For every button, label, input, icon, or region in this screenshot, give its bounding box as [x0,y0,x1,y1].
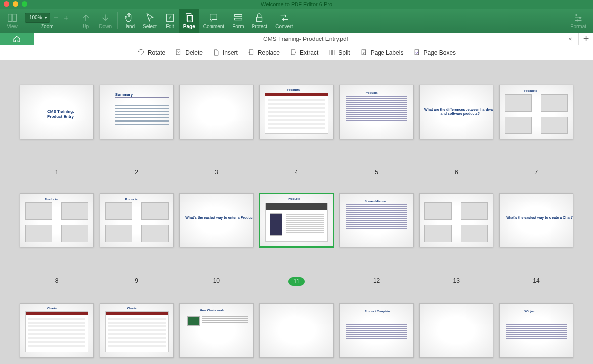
thumbnail-image[interactable] [259,303,334,358]
page-thumbnail[interactable]: Summary 2 [100,85,174,149]
comment-icon [208,12,219,23]
thumbnail-image[interactable]: Products [499,85,573,139]
thumbnail-image[interactable]: CMS Training: Product Entry [20,85,94,139]
page-boxes-button[interactable]: Page Boxes [413,49,456,56]
svg-rect-3 [186,14,191,20]
page-thumbnail[interactable]: 3 [179,85,254,149]
page-thumbnail[interactable]: 13 [419,193,493,259]
insert-button[interactable]: Insert [212,49,238,56]
page-number-label: 2 [135,169,138,176]
traffic-lights [4,1,27,7]
protect-button[interactable]: Protect [248,9,271,33]
close-tab-button[interactable]: × [568,35,572,43]
split-button[interactable]: Split [328,49,350,56]
thumbnail-image[interactable]: Products [259,85,334,139]
svg-rect-5 [234,15,242,17]
document-tab[interactable]: CMS Training- Product Entry.pdf × [34,33,578,45]
zoom-in-button[interactable]: + [62,13,70,22]
svg-rect-11 [176,50,180,55]
thumbnail-image[interactable]: XObject [499,303,573,358]
convert-button[interactable]: Convert [271,9,296,33]
zoom-out-button[interactable]: − [52,13,60,22]
page-icon [184,12,195,23]
thumbnail-image[interactable]: Products [100,193,174,247]
zoom-label: Zoom [41,24,54,29]
page-thumbnail[interactable]: 20 [419,303,493,364]
minimize-window-button[interactable] [13,1,18,7]
thumbnail-image[interactable]: Products [20,193,94,247]
replace-button[interactable]: Replace [248,49,280,56]
page-thumbnail[interactable]: What are the differences between hardwar… [419,85,493,149]
thumbnail-image[interactable]: Product Complete [339,303,414,358]
close-window-button[interactable] [4,1,9,7]
page-thumbnail[interactable]: Products11 [259,193,334,259]
thumbnail-grid: CMS Training: Product Entry1Summary 23 P… [20,85,573,364]
delete-icon [175,49,182,56]
page-thumbnail[interactable]: Charts15 [20,303,94,364]
thumbnail-image[interactable]: Products [259,193,334,247]
page-thumbnail[interactable]: Charts16 [100,303,174,364]
page-thumbnail[interactable]: Products 9 [100,193,174,259]
page-button[interactable]: Page [179,9,199,33]
cursor-icon [144,12,155,23]
rotate-button[interactable]: Rotate [137,49,165,56]
home-tab[interactable] [0,33,34,45]
form-button[interactable]: Form [228,9,248,33]
label-icon [360,49,368,56]
page-number-label: 4 [295,169,298,176]
page-thumbnail[interactable]: Products 5 [339,85,414,149]
svg-rect-17 [415,50,419,55]
new-tab-button[interactable]: + [578,33,593,45]
thumbnail-image[interactable]: What's the easiest way to create a Chart… [499,193,573,247]
extract-icon [290,49,297,56]
down-button[interactable]: Down [95,9,116,33]
zoom-select[interactable]: 100% [25,13,50,23]
page-thumbnail[interactable]: What's the easiest way to enter a Produc… [179,193,254,259]
page-number-label: 3 [215,169,218,176]
page-thumbnail[interactable]: Screen Missing 12 [339,193,414,259]
home-icon [12,35,21,43]
page-thumbnail[interactable]: How Charts work 17 [179,303,254,364]
extract-button[interactable]: Extract [290,49,318,56]
page-thumbnail[interactable]: XObject 21 [499,303,573,364]
page-number-label: 11 [288,277,304,286]
page-thumbnail[interactable]: Products4 [259,85,334,149]
zoom-window-button[interactable] [22,1,27,7]
thumbnail-image[interactable]: Screen Missing [339,193,414,247]
hand-tool-button[interactable]: Hand [119,9,139,33]
page-thumbnail[interactable]: Products 7 [499,85,573,149]
up-button[interactable]: Up [77,9,95,33]
page-thumbnail[interactable]: CMS Training: Product Entry1 [20,85,94,149]
thumbnail-image[interactable] [419,193,493,247]
crop-icon [413,49,421,56]
toolbar-separator [117,12,118,29]
view-button[interactable]: View [3,9,22,33]
edit-button[interactable]: Edit [161,9,179,33]
comment-button[interactable]: Comment [199,9,228,33]
thumbnail-image[interactable]: What are the differences between hardwar… [419,85,493,139]
thumbnail-image[interactable]: Products [339,85,414,139]
thumbnail-image[interactable]: Summary [100,85,174,139]
delete-button[interactable]: Delete [175,49,203,56]
arrow-down-icon [100,12,111,23]
view-icon [7,12,18,23]
thumbnail-image[interactable] [179,85,254,139]
svg-rect-14 [329,50,331,55]
select-tool-button[interactable]: Select [139,9,161,33]
page-labels-button[interactable]: Page Labels [360,49,404,56]
thumbnail-scroll-area[interactable]: CMS Training: Product Entry1Summary 23 P… [0,60,593,364]
thumbnail-image[interactable]: Charts [20,303,94,358]
sliders-icon [573,12,584,23]
thumbnail-image[interactable]: What's the easiest way to enter a Produc… [179,193,254,247]
thumbnail-image[interactable]: Charts [100,303,174,358]
thumbnail-image[interactable]: How Charts work [179,303,254,358]
thumbnail-image[interactable] [419,303,493,358]
page-thumbnail[interactable]: 18 [259,303,334,364]
format-button[interactable]: Format [566,9,590,33]
page-number-label: 14 [533,277,539,284]
page-thumbnail[interactable]: Product Complete 19 [339,303,414,364]
page-thumbnail[interactable]: Products 8 [20,193,94,259]
hand-icon [124,12,134,23]
arrow-up-icon [81,12,91,23]
page-thumbnail[interactable]: What's the easiest way to create a Chart… [499,193,573,259]
